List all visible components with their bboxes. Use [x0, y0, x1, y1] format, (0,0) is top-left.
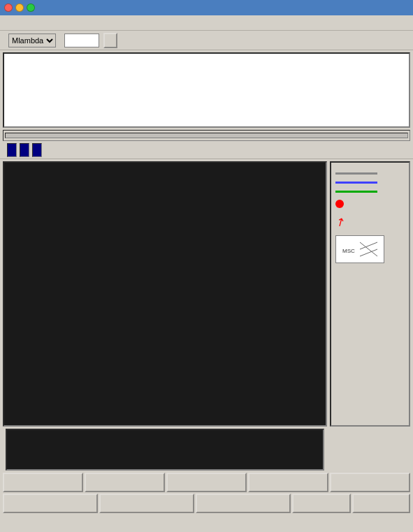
menubar — [0, 15, 413, 31]
close-button[interactable] — [352, 494, 410, 513]
lst-time — [20, 143, 29, 157]
btn-row-1 — [3, 473, 410, 492]
btn-row-2 — [3, 494, 410, 513]
window-controls — [4, 3, 35, 12]
arrow-icon: ↗ — [333, 214, 347, 230]
timebar — [0, 141, 413, 159]
svg-line-1 — [360, 242, 377, 256]
svg-line-3 — [360, 249, 377, 256]
intersection-track-button[interactable] — [3, 473, 83, 492]
log-area — [3, 52, 410, 128]
close-button[interactable] — [4, 3, 13, 12]
menu-items — [3, 22, 50, 24]
legend-transit — [335, 200, 405, 208]
wavelength-input[interactable] — [64, 34, 99, 47]
legend-transit-dot — [335, 200, 344, 208]
legend-logo: MSC — [335, 235, 384, 263]
svg-text:MSC: MSC — [342, 248, 355, 254]
delay-track-button[interactable] — [166, 473, 247, 492]
local-time — [32, 143, 42, 157]
uv-canvas — [4, 163, 322, 425]
legend-intersection-line — [335, 172, 377, 175]
hour-angle-button[interactable] — [99, 494, 194, 513]
legend-zenith-line — [335, 191, 377, 193]
maximize-button[interactable] — [27, 3, 35, 12]
legend-delay — [335, 182, 405, 184]
legend-current-uv: ↗ — [335, 215, 405, 228]
logo-svg: MSC — [339, 239, 381, 260]
ghost-track-button[interactable] — [248, 473, 328, 492]
menu-baseline[interactable] — [31, 22, 36, 24]
current-utlst-button[interactable] — [3, 494, 98, 513]
uv-plot — [3, 161, 327, 427]
legend-panel: ↗ MSC — [330, 161, 410, 427]
star-info — [6, 429, 324, 471]
toolbar: Mlambda — [0, 31, 413, 50]
rescale-button[interactable] — [103, 33, 117, 48]
plot-scale-select[interactable]: Mlambda — [8, 34, 56, 47]
svg-line-2 — [360, 242, 377, 249]
bottom-buttons — [3, 473, 410, 513]
legend-intersection — [335, 172, 405, 175]
fringe-spacing-button[interactable] — [196, 494, 291, 513]
minimize-button[interactable] — [15, 3, 24, 12]
simbad-button[interactable] — [330, 473, 410, 492]
menu-target[interactable] — [17, 22, 22, 24]
titlebar — [0, 0, 413, 15]
main-area: ↗ MSC — [3, 161, 410, 427]
menu-simbad[interactable] — [45, 22, 50, 24]
legend-delay-line — [335, 182, 377, 184]
menu-file[interactable] — [3, 22, 8, 24]
print-button[interactable] — [292, 494, 350, 513]
log-scrollbar[interactable] — [3, 130, 410, 141]
za-track-button[interactable] — [85, 473, 165, 492]
utc-time — [7, 143, 17, 157]
menu-help[interactable] — [405, 22, 410, 24]
legend-zenith — [335, 191, 405, 193]
